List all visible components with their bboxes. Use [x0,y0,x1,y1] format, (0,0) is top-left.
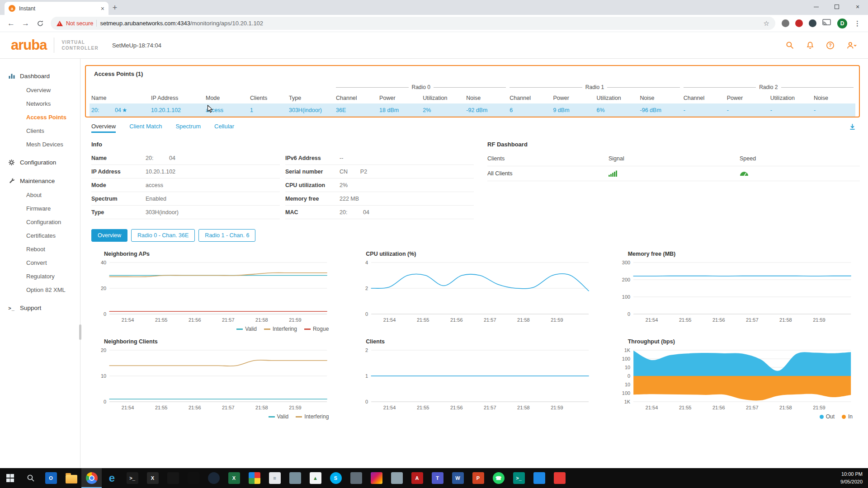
sidebar-resize-handle[interactable] [79,324,81,340]
window-minimize-button[interactable] [806,0,826,14]
chart-legend-neighboring-clients: ValidInterfering [91,413,333,420]
taskbar-app-whatsapp[interactable]: ☎ [488,468,509,488]
sidebar-item-configuration[interactable]: Configuration [0,215,80,229]
taskbar-app-edge[interactable]: e [102,468,122,488]
address-bar[interactable]: Not secure setmeup.arubanetworks.com:434… [51,17,775,30]
taskbar-app-skype[interactable]: S [326,468,346,488]
extension-icon-3[interactable] [809,19,816,27]
taskbar-app-notepad[interactable]: ≡ [264,468,285,488]
legend-item-rogue: Rogue [304,326,329,332]
extension-icon-1[interactable] [782,19,789,27]
tab-cellular[interactable]: Cellular [214,123,234,133]
taskbar-clock[interactable]: 10:00 PM 9/05/2020 [840,468,868,488]
sidebar-section-support[interactable]: >_Support [0,301,80,315]
browser-tab[interactable]: a Instant × [5,2,108,15]
taskbar-app-teams[interactable]: T [427,468,448,488]
taskbar-app-excel[interactable]: X [224,468,244,488]
profile-avatar[interactable]: D [837,19,847,28]
sidebar-item-certificates[interactable]: Certificates [0,229,80,242]
rf-row-label[interactable]: All Clients [487,166,609,181]
toggle-radio-1-chan-6[interactable]: Radio 1 - Chan. 6 [198,229,255,242]
sidebar-item-access-points[interactable]: Access Points [0,110,80,124]
svg-text:100: 100 [622,294,630,300]
taskbar-app-snipping-tool[interactable] [285,468,305,488]
sidebar-section-configuration[interactable]: Configuration [0,155,80,169]
search-icon[interactable] [786,41,794,50]
info-label: IPv6 Address [285,155,340,161]
taskbar-app-tree-app[interactable]: ▲ [305,468,326,488]
taskbar-app-powerpoint[interactable]: P [468,468,488,488]
tab-overview[interactable]: Overview [91,123,116,133]
sidebar-item-about[interactable]: About [0,188,80,202]
notepad-icon: ≡ [269,472,281,484]
back-button[interactable]: ← [5,17,18,30]
taskbar-app-tools-app[interactable] [346,468,366,488]
window-close-button[interactable]: × [847,0,868,14]
legend-label: Valid [277,413,289,420]
new-tab-button[interactable]: + [108,1,121,14]
svg-text:21:56: 21:56 [189,317,201,323]
main-content: Access Points (1) Radio 0Radio 1Radio 2N… [80,59,868,468]
taskbar-app-acrobat[interactable]: A [407,468,427,488]
sidebar-item-networks[interactable]: Networks [0,97,80,110]
toggle-overview[interactable]: Overview [91,229,127,242]
chart-legend-throughput: OutIn [615,413,857,420]
radio-group-text: Radio 0 [412,84,430,90]
taskbar-app-chrome[interactable] [81,468,102,488]
user-menu-icon[interactable] [846,41,857,50]
tools-app-icon [350,472,362,484]
browser-menu-icon[interactable]: ⋮ [851,19,863,28]
taskbar-app-file-explorer[interactable] [61,468,81,488]
toggle-radio-0-chan-36e[interactable]: Radio 0 - Chan. 36E [131,229,195,242]
access-point-row[interactable]: 20: 04★10.20.1.102access1303H(indoor)36E… [90,103,855,117]
sidebar-item-label: Dashboard [20,73,50,80]
taskbar-app-app-blue[interactable] [529,468,549,488]
tab-client-match[interactable]: Client Match [129,123,162,133]
sidebar-item-regulatory[interactable]: Regulatory [0,269,80,283]
reload-button[interactable] [33,17,47,30]
start-button[interactable] [0,468,20,488]
sidebar-item-overview[interactable]: Overview [0,83,80,97]
rf-dashboard-heading: RF Dashboard [487,141,860,148]
notifications-bell-icon[interactable] [806,41,814,50]
not-secure-label[interactable]: Not secure [66,20,93,27]
tab-close-icon[interactable]: × [101,5,104,12]
forward-button[interactable]: → [19,17,32,30]
download-button[interactable] [849,123,856,132]
taskbar-app-outlook[interactable]: O [41,468,61,488]
sidebar-item-reboot[interactable]: Reboot [0,242,80,256]
help-icon[interactable]: ? [826,41,835,50]
taskbar-app-excel-dark[interactable]: X [142,468,163,488]
cast-icon[interactable] [820,19,833,28]
svg-text:21:55: 21:55 [155,317,168,323]
taskbar-app-steam[interactable] [203,468,224,488]
window-maximize-button[interactable] [826,0,847,14]
info-heading: Info [91,141,474,148]
bookmark-star-icon[interactable]: ☆ [764,19,769,28]
taskbar-app-printer[interactable] [387,468,407,488]
taskbar-app-photos[interactable] [244,468,264,488]
taskbar-app-app-black-2[interactable] [183,468,203,488]
sidebar-section-dashboard[interactable]: Dashboard [0,69,80,83]
extension-icon-2[interactable] [795,19,803,27]
svg-text:21:59: 21:59 [813,405,826,410]
taskbar-app-terminal-teal[interactable]: >_ [509,468,529,488]
taskbar-search-button[interactable] [20,468,41,488]
taskbar-app-word[interactable]: W [448,468,468,488]
svg-text:21:58: 21:58 [255,405,268,410]
sidebar-item-mesh-devices[interactable]: Mesh Devices [0,137,80,151]
taskbar-app-command-prompt[interactable]: >_ [122,468,142,488]
sidebar-section-maintenance[interactable]: Maintenance [0,174,80,188]
sidebar-item-convert[interactable]: Convert [0,256,80,269]
svg-text:20: 20 [101,347,106,353]
svg-text:4: 4 [365,260,368,265]
tab-spectrum[interactable]: Spectrum [175,123,201,133]
gear-icon [8,159,15,166]
taskbar-app-color-app[interactable] [366,468,387,488]
sidebar-item-firmware[interactable]: Firmware [0,202,80,215]
photos-icon [249,472,260,484]
sidebar-item-option-82-xml[interactable]: Option 82 XML [0,283,80,296]
taskbar-app-app-red[interactable] [549,468,570,488]
taskbar-app-app-black-1[interactable] [163,468,183,488]
sidebar-item-clients[interactable]: Clients [0,124,80,137]
